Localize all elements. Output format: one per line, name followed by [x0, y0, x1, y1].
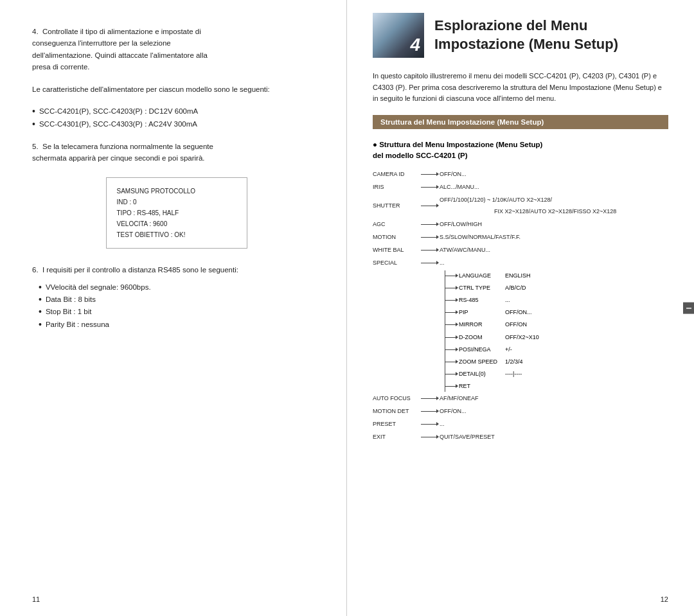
- sub-value-mirror: OFF/ON: [505, 319, 527, 330]
- chapter-title: Esplorazione del Menu Impostazione (Menu…: [434, 17, 618, 53]
- sub-arrow-rs485: [445, 300, 457, 301]
- section-bar: Struttura del Menu Impostazione (Menu Se…: [373, 115, 668, 129]
- sub-bullet-2: Data Bit : 8 bits: [39, 294, 321, 305]
- arrow-agc: [421, 224, 438, 225]
- arrow-special: [421, 263, 438, 263]
- arrowhead-iris: [436, 185, 439, 189]
- sub-arrow-zoom-speed: [445, 362, 457, 362]
- sub-arrow-pip: [445, 312, 457, 313]
- page-number-right: 12: [661, 595, 668, 603]
- tree-value-shutter: OFF/1/100(1/120) ~ 1/10K/AUTO X2~X128/ F…: [440, 195, 616, 216]
- chapter-header: 4 Esplorazione del Menu Impostazione (Me…: [373, 13, 668, 58]
- item4-text: 4. Controllate il tipo di alimentazione …: [32, 26, 321, 73]
- sub-row-ctrl-type: CTRL TYPE A/B/C/D: [445, 283, 668, 294]
- arrow-iris: [421, 187, 438, 188]
- sub-value-zoom-speed: 1/2/3/4: [505, 356, 523, 367]
- samsung-protocol-box: SAMSUNG PROTOCOLLO IND : 0 TIPO : RS-485…: [106, 177, 247, 249]
- sub-label-detail: DETAIL(0): [459, 369, 505, 380]
- arrow-auto-focus: [421, 398, 438, 399]
- tree-label-motion-det: MOTION DET: [373, 406, 419, 417]
- tree-label-camera-id: CAMERA ID: [373, 169, 419, 180]
- sub-arrow-language: [445, 276, 457, 276]
- arrow-exit: [421, 437, 438, 437]
- intro-paragraph: In questo capitolo illustreremo il menu …: [373, 71, 668, 105]
- item-4: 4. Controllate il tipo di alimentazione …: [32, 26, 321, 73]
- arrowhead-special: [436, 261, 439, 265]
- sub-row-pip: PIP OFF/ON...: [445, 307, 668, 318]
- item-5: 5. Se la telecamera funziona normalmente…: [32, 141, 321, 164]
- sub-arrow-dzoom: [445, 337, 457, 338]
- tree-row-iris: IRIS ALC.../MANU...: [373, 182, 668, 193]
- sub-row-posi-nega: POSI/NEGA +/-: [445, 344, 668, 355]
- sub-label-mirror: MIRROR: [459, 319, 505, 330]
- sub-row-zoom-speed: ZOOM SPEED 1/2/3/4: [445, 356, 668, 367]
- tree-value-exit: QUIT/SAVE/PRESET: [440, 432, 495, 443]
- tree-label-shutter: SHUTTER: [373, 200, 419, 211]
- sub-label-ret: RET: [459, 381, 505, 392]
- sub-value-ctrl-type: A/B/C/D: [505, 283, 526, 294]
- left-content: 4. Controllate il tipo di alimentazione …: [32, 26, 321, 330]
- arrow-motion-det: [421, 411, 438, 412]
- sub-value-detail: ----|----: [505, 369, 522, 380]
- sub-arrow-detail: [445, 374, 457, 374]
- arrow-white-bal: [421, 250, 438, 251]
- tree-value-camera-id: OFF/ON...: [440, 169, 467, 180]
- arrowhead-agc: [436, 222, 439, 226]
- arrow-preset: [421, 424, 438, 425]
- tree-row-special: SPECIAL ...: [373, 258, 668, 268]
- sub-bullet-3: Stop Bit : 1 bit: [39, 306, 321, 317]
- chapter-image: 4: [373, 13, 424, 58]
- sub-bullet-4: Parity Bit : nessuna: [39, 319, 321, 330]
- tree-row-motion-det: MOTION DET OFF/ON...: [373, 406, 668, 417]
- sub-bullet-list: VVelocità del segnale: 9600bps. Data Bit…: [39, 282, 321, 330]
- sub-row-dzoom: D-ZOOM OFF/X2~X10: [445, 332, 668, 343]
- arrowhead-white-bal: [436, 248, 439, 252]
- tree-label-agc: AGC: [373, 219, 419, 230]
- tree-value-special: ...: [440, 258, 445, 268]
- arrowhead-camera-id: [436, 172, 439, 176]
- tree-row-camera-id: CAMERA ID OFF/ON...: [373, 169, 668, 180]
- tree-label-preset: PRESET: [373, 419, 419, 430]
- bullet-item-1: SCC-C4201(P), SCC-C4203(P) : DC12V 600mA: [32, 105, 321, 117]
- tree-value-preset: ...: [440, 419, 445, 430]
- sub-value-rs485: ...: [505, 295, 510, 306]
- tree-label-iris: IRIS: [373, 182, 419, 193]
- tree-value-auto-focus: AF/MF/ONEAF: [440, 393, 479, 404]
- tree-row-motion: MOTION S.S/SLOW/NORMAL/FAST/F.F.: [373, 232, 668, 243]
- char-intro: Le caratteristiche dell'alimentatore per…: [32, 84, 321, 95]
- arrowhead-shutter: [436, 204, 439, 207]
- sub-bullet-1: VVelocità del segnale: 9600bps.: [39, 282, 321, 293]
- samsung-line-1: SAMSUNG PROTOCOLLO: [117, 186, 236, 197]
- bullet-item-2: SCC-C4301(P), SCC-C4303(P) : AC24V 300mA: [32, 118, 321, 130]
- tree-row-exit: EXIT QUIT/SAVE/PRESET: [373, 432, 668, 443]
- sub-row-language: LANGUAGE ENGLISH: [445, 270, 668, 281]
- sub-label-language: LANGUAGE: [459, 270, 505, 281]
- tree-label-special: SPECIAL: [373, 258, 419, 268]
- tree-label-white-bal: WHITE BAL: [373, 245, 419, 256]
- arrow-camera-id: [421, 174, 438, 175]
- page-right: 4 Esplorazione del Menu Impostazione (Me…: [347, 0, 694, 616]
- sub-label-ctrl-type: CTRL TYPE: [459, 283, 505, 294]
- sub-label-posi-nega: POSI/NEGA: [459, 344, 505, 355]
- sub-row-rs485: RS-485 ...: [445, 295, 668, 306]
- sub-label-dzoom: D-ZOOM: [459, 332, 505, 343]
- samsung-line-4: VELOCITA : 9600: [117, 218, 236, 229]
- sub-value-pip: OFF/ON...: [505, 307, 532, 318]
- arrowhead-motion: [436, 235, 439, 239]
- sub-arrow-posi-nega: [445, 349, 457, 350]
- sub-label-pip: PIP: [459, 307, 505, 318]
- tree-value-motion-det: OFF/ON...: [440, 406, 467, 417]
- sub-value-dzoom: OFF/X2~X10: [505, 332, 539, 343]
- chapter-title-text: Esplorazione del Menu Impostazione (Menu…: [434, 17, 618, 53]
- menu-tree-container: CAMERA ID OFF/ON... IRIS ALC.../MANU... …: [373, 169, 668, 443]
- sub-label-zoom-speed: ZOOM SPEED: [459, 356, 505, 367]
- sub-value-language: ENGLISH: [505, 270, 531, 281]
- sub-arrow-mirror: [445, 324, 457, 325]
- tree-row-shutter: SHUTTER OFF/1/100(1/120) ~ 1/10K/AUTO X2…: [373, 195, 668, 216]
- sub-arrow-ret: [445, 386, 457, 387]
- tree-row-auto-focus: AUTO FOCUS AF/MF/ONEAF: [373, 393, 668, 404]
- sidebar-tab: I: [683, 302, 694, 314]
- menu-title: ● Struttura del Menu Impostazione (Menu …: [373, 139, 668, 162]
- tree-value-white-bal: ATW/AWC/MANU...: [440, 245, 490, 256]
- tree-label-exit: EXIT: [373, 432, 419, 443]
